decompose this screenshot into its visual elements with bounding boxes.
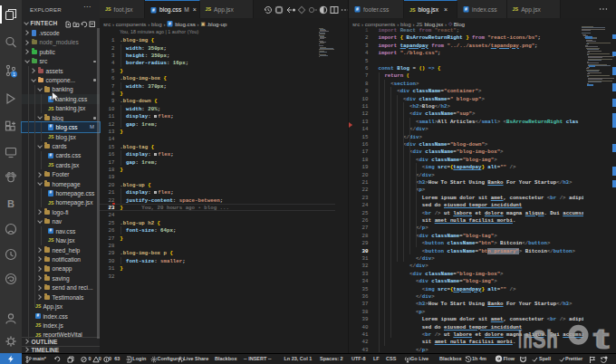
svg-text:I: I [518, 325, 521, 353]
svg-text:h: h [546, 325, 557, 353]
svg-text:S: S [533, 325, 546, 353]
svg-text:t: t [593, 323, 610, 355]
svg-text:#: # [356, 6, 359, 12]
svg-text:B: B [7, 198, 14, 209]
svg-text:1: 1 [13, 72, 15, 77]
svg-text:#: # [465, 6, 467, 12]
svg-text:#: # [168, 21, 171, 26]
svg-text:n: n [523, 325, 532, 353]
svg-text:#: # [152, 7, 155, 13]
